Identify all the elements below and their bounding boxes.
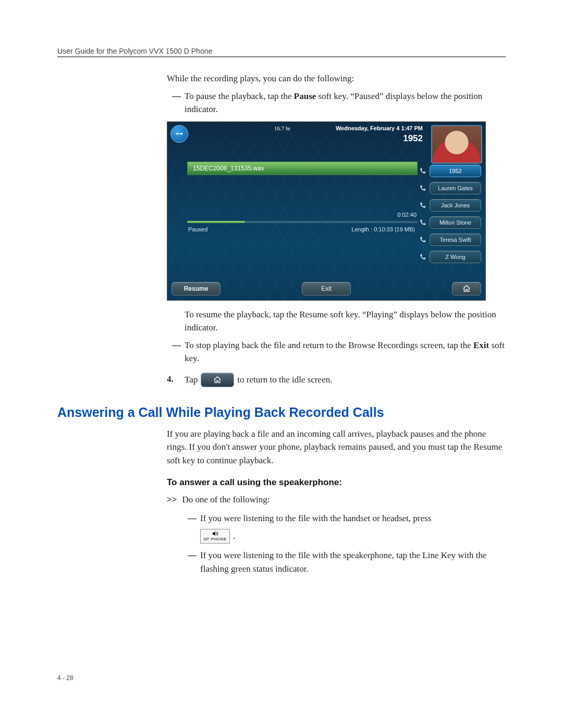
line-key-label[interactable]: Milton Stone (430, 216, 481, 229)
subhead-speakerphone: To answer a call using the speakerphone: (167, 477, 506, 488)
section-heading: Answering a Call While Playing Back Reco… (57, 405, 506, 420)
speaker-icon (212, 531, 219, 536)
handset-icon (419, 253, 427, 261)
handset-icon (419, 184, 427, 192)
text: Do one of the following: (182, 493, 270, 507)
handset-icon (419, 219, 427, 226)
softkey-bar: Resume Exit (172, 281, 481, 296)
text: To stop playing back the file and return… (185, 340, 473, 350)
resume-softkey[interactable]: Resume (172, 282, 221, 295)
handset-icon (419, 167, 427, 175)
sp-phone-label: SP PHONE (203, 537, 227, 541)
resume-paragraph: To resume the playback, tap the Resume s… (185, 308, 506, 335)
line-key-label[interactable]: Z Wong (430, 251, 481, 263)
line-key[interactable]: Z Wong (419, 251, 481, 263)
step-4: 4. Tap to return to the idle screen. (167, 373, 506, 387)
line-key[interactable]: Milton Stone (419, 216, 481, 229)
text: If you were listening to the file with t… (200, 512, 506, 525)
home-softkey[interactable] (452, 282, 481, 295)
line-key-label[interactable]: Jack Jones (430, 199, 481, 212)
status-date: Wednesday, February 4 1:47 PM (336, 125, 423, 131)
intro-paragraph: While the recording plays, you can do th… (167, 72, 506, 85)
line-key[interactable]: Lauren Gates (419, 182, 481, 194)
header-rule (57, 56, 506, 57)
home-softkey-inline[interactable] (201, 373, 234, 387)
bullet-stop: To stop playing back the file and return… (167, 339, 506, 365)
running-header: User Guide for the Polycom VVX 1500 D Ph… (57, 47, 506, 55)
extension-label: 1952 (403, 133, 423, 144)
recording-filename[interactable]: 15DEC2008_131535.wav (187, 162, 418, 175)
text: Tap (185, 373, 198, 387)
handset-icon (419, 202, 427, 209)
status-hours: 16.7 hr (274, 125, 290, 131)
progress-track[interactable] (187, 221, 418, 223)
line-key-label[interactable]: 1952 (430, 165, 481, 177)
elapsed-time: 0:02:40 (397, 212, 417, 218)
home-icon (213, 376, 222, 384)
home-icon (462, 285, 471, 293)
exit-softkey[interactable]: Exit (302, 282, 351, 295)
length-label: Length : 0:10:33 (19 MB) (351, 226, 415, 232)
line-key-column: 1952 Lauren Gates Jack Jones Milton Ston… (419, 165, 481, 263)
bullet-speakerphone: If you were listening to the file with t… (182, 549, 506, 575)
phone-screenshot: ⊶ 16.7 hr Wednesday, February 4 1:47 PM … (167, 121, 486, 301)
line-key-label[interactable]: Lauren Gates (430, 182, 481, 194)
text: to return to the idle screen. (237, 373, 332, 387)
section-paragraph: If you are playing back a file and an in… (167, 427, 506, 467)
playback-status: Paused (188, 226, 207, 232)
usb-icon: ⊶ (170, 125, 188, 143)
bullet-pause: To pause the playback, tap the Pause sof… (167, 90, 506, 116)
text: To pause the playback, tap the (185, 91, 294, 101)
line-key[interactable]: 1952 (419, 165, 481, 177)
bold-exit: Exit (473, 340, 489, 350)
step-number: 4. (167, 373, 179, 386)
page-footer: 4 - 28 (57, 674, 506, 682)
bold-pause: Pause (294, 91, 316, 101)
line-key[interactable]: Jack Jones (419, 199, 481, 212)
progress-fill (187, 221, 245, 223)
line-key[interactable]: Teresa Swift (419, 233, 481, 246)
sp-phone-button[interactable]: SP PHONE (200, 529, 230, 544)
bullet-handset: If you were listening to the file with t… (182, 512, 506, 544)
line-key-label[interactable]: Teresa Swift (430, 233, 481, 246)
chevrons-icon: >> (167, 493, 177, 507)
handset-icon (419, 236, 427, 243)
avatar (431, 125, 482, 164)
do-one-row: >> Do one of the following: (167, 493, 506, 507)
text: . (233, 529, 235, 543)
